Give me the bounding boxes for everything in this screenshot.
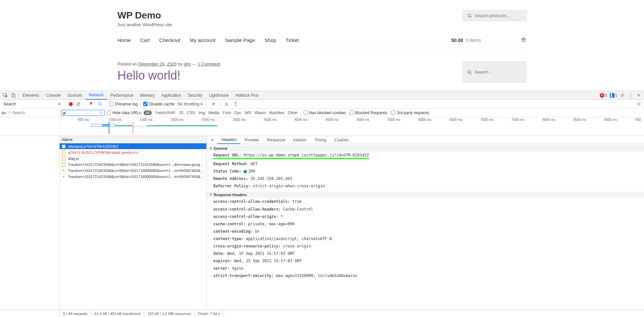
post-meta: Posted on December 29, 2020 by gtm — 1 C… — [117, 61, 220, 66]
products-search[interactable] — [463, 10, 527, 21]
svg-point-2 — [468, 70, 471, 73]
site-tagline: Just another WordPress site — [117, 22, 172, 27]
cart-icon[interactable] — [521, 38, 527, 43]
svg-point-0 — [468, 14, 471, 16]
post-title[interactable]: Hello world! — [117, 69, 220, 83]
nav-home[interactable]: Home — [117, 37, 131, 43]
nav-my-account[interactable]: My account — [190, 37, 216, 43]
svg-line-1 — [470, 16, 472, 17]
cart-summary[interactable]: $0.00 0 items — [451, 38, 527, 43]
search-icon — [467, 13, 472, 18]
nav-sample-page[interactable]: Sample Page — [225, 37, 255, 43]
site-title: WP Demo — [117, 10, 172, 21]
nav-cart[interactable]: Cart — [140, 37, 150, 43]
nav-checkout[interactable]: Checkout — [159, 37, 180, 43]
post-comments[interactable]: 1 Comment — [198, 61, 220, 66]
cart-price: $0.00 — [451, 38, 463, 43]
site-search-input[interactable] — [475, 70, 522, 75]
post-date[interactable]: December 29, 2020 — [138, 61, 176, 66]
nav-shop[interactable]: Shop — [265, 37, 276, 43]
post-author[interactable]: gtm — [183, 61, 191, 66]
site-search[interactable] — [463, 61, 527, 83]
search-icon — [467, 70, 472, 75]
cart-items: 0 items — [466, 38, 481, 43]
nav-ticket[interactable]: Ticket — [286, 37, 299, 43]
svg-line-3 — [470, 73, 472, 74]
products-search-input[interactable] — [475, 13, 522, 18]
